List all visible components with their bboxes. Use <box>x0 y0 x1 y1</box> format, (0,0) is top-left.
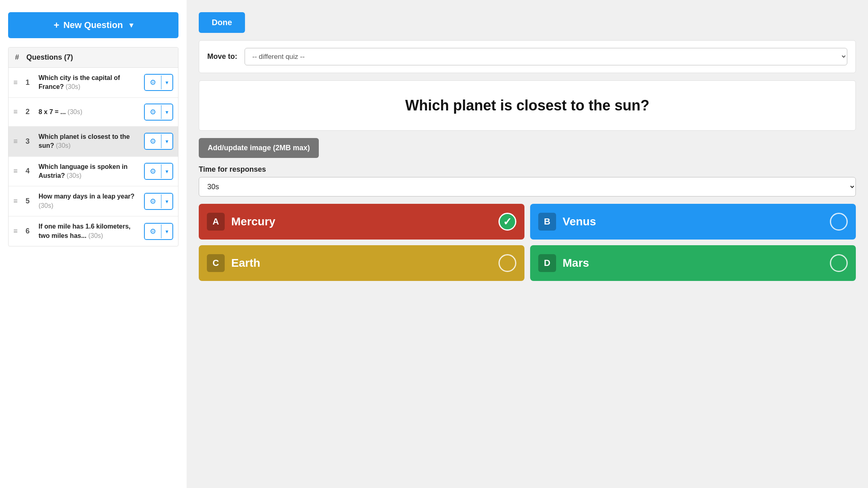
done-button[interactable]: Done <box>199 12 245 33</box>
chevron-down-icon[interactable]: ▾ <box>161 165 172 178</box>
drag-handle-icon: ≡ <box>13 78 21 87</box>
row-number: 5 <box>26 197 34 205</box>
time-badge: (30s) <box>88 232 103 239</box>
questions-table: # Questions (7) ≡ 1 Which city is the ca… <box>8 47 178 246</box>
answer-text-c: Earth <box>231 257 492 270</box>
table-row[interactable]: ≡ 4 Which language is spoken in Austria?… <box>9 157 178 187</box>
questions-header: # Questions (7) <box>9 48 178 68</box>
right-panel: Done Move to: -- different quiz -- Which… <box>187 0 868 488</box>
new-question-button[interactable]: + New Question ▾ <box>8 12 178 38</box>
gear-dropdown-button[interactable]: ⚙ ▾ <box>144 163 173 180</box>
drag-handle-icon: ≡ <box>13 227 21 235</box>
chevron-down-icon[interactable]: ▾ <box>161 76 172 89</box>
answer-letter-a: A <box>207 213 225 231</box>
gear-dropdown-button[interactable]: ⚙ ▾ <box>144 223 173 240</box>
move-to-row: Move to: -- different quiz -- <box>199 40 856 73</box>
table-row[interactable]: ≡ 1 Which city is the capital of France?… <box>9 68 178 98</box>
gear-icon[interactable]: ⚙ <box>145 75 161 90</box>
chevron-down-icon[interactable]: ▾ <box>161 106 172 119</box>
chevron-down-icon[interactable]: ▾ <box>161 195 172 208</box>
gear-dropdown-button[interactable]: ⚙ ▾ <box>144 104 173 121</box>
gear-dropdown-button[interactable]: ⚙ ▾ <box>144 133 173 150</box>
row-number: 1 <box>26 78 34 87</box>
answer-card-b[interactable]: B Venus <box>530 204 856 240</box>
time-for-responses-label: Time for responses <box>199 165 856 174</box>
row-text: 8 x 7 = ... (30s) <box>39 108 140 117</box>
answer-text-d: Mars <box>563 257 823 270</box>
questions-count-title: Questions (7) <box>26 53 73 62</box>
time-badge: (30s) <box>39 202 53 209</box>
question-text: Which planet is closest to the sun? <box>405 97 649 114</box>
chevron-down-icon[interactable]: ▾ <box>161 135 172 148</box>
correct-indicator: ✓ <box>498 213 516 231</box>
row-number: 3 <box>26 137 34 146</box>
move-to-select[interactable]: -- different quiz -- <box>245 48 847 65</box>
row-text: Which city is the capital of France? (30… <box>39 73 140 92</box>
answer-card-a[interactable]: A Mercury ✓ <box>199 204 524 240</box>
row-text: Which language is spoken in Austria? (30… <box>39 162 140 181</box>
gear-icon[interactable]: ⚙ <box>145 164 161 179</box>
drag-handle-icon: ≡ <box>13 137 21 146</box>
row-number: 6 <box>26 227 34 235</box>
time-badge: (30s) <box>56 142 71 149</box>
gear-icon[interactable]: ⚙ <box>145 194 161 209</box>
answer-text-b: Venus <box>563 215 823 228</box>
gear-icon[interactable]: ⚙ <box>145 224 161 239</box>
time-badge: (30s) <box>66 83 80 90</box>
time-section: Time for responses 30s 10s 20s 60s 90s 1… <box>199 165 856 196</box>
table-row[interactable]: ≡ 6 If one mile has 1.6 kilometers, two … <box>9 216 178 246</box>
answer-letter-c: C <box>207 254 225 272</box>
plus-icon: + <box>54 19 59 31</box>
drag-handle-icon: ≡ <box>13 108 21 116</box>
check-icon: ✓ <box>503 216 512 228</box>
new-question-label: New Question <box>63 20 123 30</box>
time-badge: (30s) <box>68 108 82 115</box>
hash-label: # <box>15 53 19 62</box>
answer-letter-d: D <box>538 254 556 272</box>
time-badge: (30s) <box>67 172 81 179</box>
answer-circle-d <box>830 254 848 272</box>
row-number: 2 <box>26 108 34 116</box>
gear-icon[interactable]: ⚙ <box>145 134 161 149</box>
gear-dropdown-button[interactable]: ⚙ ▾ <box>144 74 173 91</box>
drag-handle-icon: ≡ <box>13 167 21 175</box>
question-display: Which planet is closest to the sun? <box>199 80 856 131</box>
answer-card-d[interactable]: D Mars <box>530 245 856 281</box>
gear-dropdown-button[interactable]: ⚙ ▾ <box>144 193 173 210</box>
chevron-down-icon: ▾ <box>129 21 133 30</box>
answer-text-a: Mercury <box>231 215 492 228</box>
row-number: 4 <box>26 167 34 175</box>
answers-grid: A Mercury ✓ B Venus C Earth D Mars <box>199 204 856 281</box>
drag-handle-icon: ≡ <box>13 197 21 205</box>
chevron-down-icon[interactable]: ▾ <box>161 225 172 238</box>
time-select[interactable]: 30s 10s 20s 60s 90s 120s <box>199 177 856 196</box>
answer-circle-c <box>498 254 516 272</box>
row-text: How many days in a leap year? (30s) <box>39 192 140 210</box>
table-row[interactable]: ≡ 3 Which planet is closest to the sun? … <box>9 127 178 157</box>
answer-letter-b: B <box>538 213 556 231</box>
table-row[interactable]: ≡ 2 8 x 7 = ... (30s) ⚙ ▾ <box>9 98 178 127</box>
add-image-button[interactable]: Add/update image (2MB max) <box>199 138 319 158</box>
gear-icon[interactable]: ⚙ <box>145 104 161 120</box>
row-text: If one mile has 1.6 kilometers, two mile… <box>39 222 140 240</box>
table-row[interactable]: ≡ 5 How many days in a leap year? (30s) … <box>9 186 178 216</box>
left-panel: + New Question ▾ # Questions (7) ≡ 1 Whi… <box>0 0 187 488</box>
row-text: Which planet is closest to the sun? (30s… <box>39 132 140 151</box>
move-to-label: Move to: <box>207 52 237 61</box>
answer-circle-b <box>830 213 848 231</box>
answer-card-c[interactable]: C Earth <box>199 245 524 281</box>
